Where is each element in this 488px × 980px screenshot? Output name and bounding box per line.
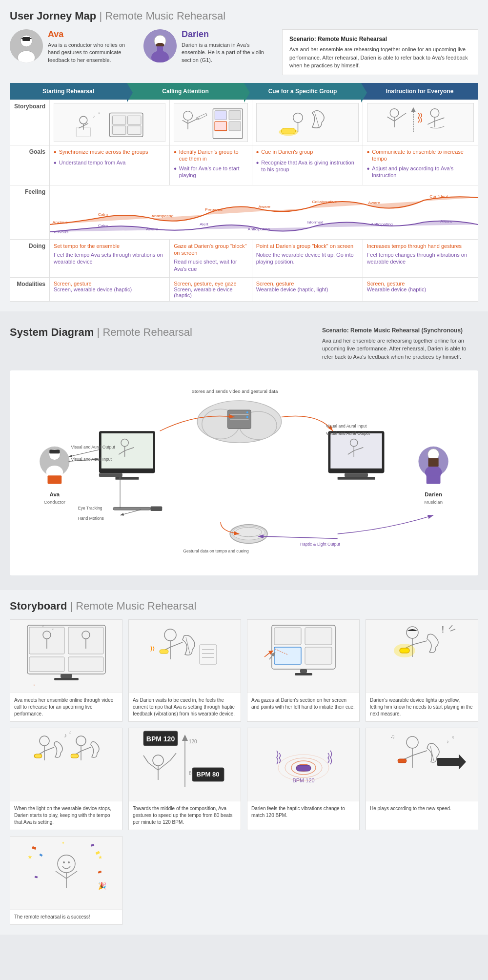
svg-text:Anticipating: Anticipating [371, 222, 393, 226]
svg-line-135 [170, 642, 183, 647]
svg-rect-27 [215, 110, 226, 120]
story-caption-5: When the light on the wearable device st… [10, 801, 122, 830]
svg-rect-169 [71, 754, 79, 758]
svg-rect-89 [115, 477, 139, 480]
svg-rect-211 [34, 876, 38, 878]
doing-cell-4: Increases tempo through hand gestures Fe… [363, 239, 478, 277]
svg-rect-78 [49, 450, 60, 454]
svg-rect-195 [437, 758, 461, 766]
svg-rect-121 [29, 657, 64, 672]
svg-rect-143 [274, 628, 301, 645]
svg-rect-137 [160, 650, 168, 653]
story-image-1: ♪ ♫ ♪ [10, 620, 122, 693]
goals-cell-4: •Communicate to ensemble to increase tem… [363, 145, 478, 185]
svg-rect-129 [61, 674, 72, 678]
svg-line-25 [188, 118, 199, 123]
modalities-cell-1: Screen, gesture Screen, wearable device … [50, 277, 170, 301]
svg-text:Aware: Aware [440, 219, 452, 224]
story-caption-4: Darien's wearable device lights up yello… [366, 693, 478, 721]
svg-text:Visual and Aural Input: Visual and Aural Input [326, 424, 367, 429]
svg-rect-30 [229, 122, 241, 131]
svg-rect-28 [229, 110, 241, 120]
svg-rect-144 [305, 628, 332, 645]
svg-text:Visual and Aural Input: Visual and Aural Input [71, 457, 112, 462]
svg-rect-83 [102, 433, 153, 469]
story-image-9: ★ ★ ✦ 🎉 [10, 837, 122, 910]
svg-line-163 [44, 747, 54, 751]
svg-rect-29 [215, 122, 226, 131]
svg-rect-149 [295, 673, 312, 675]
doing-row: Doing Set tempo for the ensemble Feel th… [10, 239, 478, 277]
svg-text:Stores and sends video and ges: Stores and sends video and gestural data [191, 388, 278, 394]
svg-point-178 [153, 755, 163, 766]
modalities-label: Modalities [10, 277, 50, 301]
svg-text:♪: ♪ [64, 732, 67, 739]
story-card-1: ♪ ♫ ♪ Ava meets her ensemble online thro… [10, 619, 122, 722]
phase-2: Calling Attention [127, 83, 244, 100]
svg-rect-164 [34, 754, 42, 758]
svg-line-24 [183, 120, 188, 123]
svg-text:♫: ♫ [69, 730, 72, 735]
modalities-cell-4: Screen, gesture Wearable device (haptic) [363, 277, 478, 301]
svg-point-156 [394, 644, 415, 657]
feeling-label: Feeling [10, 185, 50, 239]
storyboard-cell-4 [363, 100, 478, 145]
svg-text:♫: ♫ [451, 735, 454, 739]
story-caption-8: He plays according to the new speed. [366, 801, 478, 816]
phase-3: Cue for a Specific Group [244, 83, 361, 100]
story-caption-6: Towards the middle of the composition, A… [129, 801, 241, 830]
phase-4: Instruction for Everyone [361, 83, 478, 100]
sys-scenario: Scenario: Remote Music Rehearsal (Synchr… [322, 326, 478, 361]
modalities-cell-3: Screen, gesture Wearable device (haptic,… [252, 277, 363, 301]
svg-text:Aware: Aware [146, 226, 158, 231]
svg-point-22 [183, 111, 193, 120]
storyboard-grid: ♪ ♫ ♪ Ava meets her ensemble online thro… [10, 619, 478, 925]
ujm-section: User Jorney Map | Remote Music Rehearsal… [0, 0, 488, 311]
svg-marker-41 [411, 107, 416, 112]
svg-text:Visual and Aural Output: Visual and Aural Output [71, 445, 115, 449]
ava-name: Ava [48, 29, 136, 40]
svg-text:BPM 80: BPM 80 [196, 771, 219, 778]
svg-point-132 [164, 629, 176, 641]
story-caption-2: As Darien waits to be cued in, he feels … [129, 693, 241, 721]
personas-row: Ava Ava is a conductor who relies on han… [10, 29, 478, 75]
svg-text:Haptic & Light Output: Haptic & Light Output [300, 542, 340, 547]
svg-text:Eye Tracking: Eye Tracking [78, 506, 102, 511]
journey-table: Storyboard ♪ ♫ [10, 100, 478, 302]
ujm-title: User Jorney Map | Remote Music Rehearsal [10, 10, 478, 22]
svg-text:Calm: Calm [98, 223, 108, 228]
story-image-8: ♫ ♪ ♫ [366, 728, 478, 801]
story-image-4: ! [366, 620, 478, 693]
svg-text:120: 120 [189, 739, 197, 744]
svg-point-203 [68, 861, 70, 863]
doing-label: Doing [10, 239, 50, 277]
phase-headers: Starting Rehearsal Calling Attention Cue… [10, 83, 478, 100]
svg-rect-17 [111, 114, 142, 135]
svg-marker-175 [182, 735, 188, 741]
svg-text:Prepared: Prepared [205, 207, 223, 212]
goals-label: Goals [10, 145, 50, 185]
sys-section: System Diagram | Remote Rehearsal Scenar… [0, 316, 488, 586]
goals-cell-1: •Synchronize music across the groups •Un… [50, 145, 170, 185]
svg-text:Gestural data on tempo and cue: Gestural data on tempo and cueing [183, 549, 249, 554]
svg-point-201 [58, 855, 75, 873]
svg-text:✦: ✦ [61, 841, 65, 845]
svg-line-44 [427, 121, 435, 124]
svg-rect-32 [281, 128, 295, 134]
svg-text:♫: ♫ [390, 733, 395, 740]
svg-point-73 [246, 416, 248, 418]
storyboard-cell-1: ♪ ♫ [50, 100, 170, 145]
story-image-6: BPM 120 80 120 [129, 728, 241, 801]
modalities-cell-2: Screen, gesture, eye gaze Screen, wearab… [170, 277, 252, 301]
ujm-scenario: Scenario: Remote Music Rehearsal Ava and… [282, 29, 478, 75]
svg-text:Calm: Calm [98, 212, 108, 217]
svg-rect-122 [68, 657, 103, 672]
svg-rect-130 [54, 678, 79, 680]
svg-text:Collaborative: Collaborative [312, 199, 337, 204]
svg-text:Confident: Confident [429, 194, 448, 199]
svg-point-10 [80, 116, 87, 124]
story-card-4: ! Darien's wearable device lights up yel… [366, 619, 478, 722]
svg-rect-208 [90, 844, 94, 847]
svg-rect-79 [48, 476, 62, 484]
svg-point-36 [390, 108, 399, 117]
